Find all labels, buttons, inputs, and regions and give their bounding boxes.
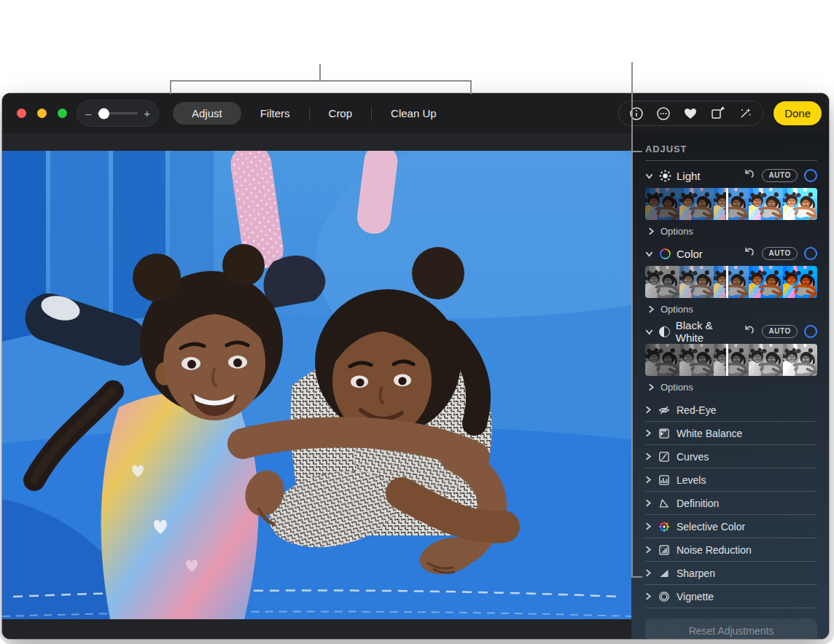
tool-row-curves[interactable]: Curves	[645, 445, 817, 468]
tool-row-white-balance[interactable]: White Balance	[645, 422, 817, 445]
photo-letterbox-top	[2, 133, 631, 151]
adjust-sidebar: ADJUST	[631, 133, 829, 639]
bw-thumb[interactable]	[783, 344, 817, 376]
zoom-slider-knob[interactable]	[98, 108, 109, 119]
auto-enhance-icon[interactable]	[738, 106, 752, 121]
light-thumb[interactable]	[783, 188, 817, 220]
callout-tick-bottom	[633, 576, 642, 578]
bw-thumb[interactable]	[749, 344, 783, 376]
bw-thumb[interactable]	[645, 344, 679, 376]
color-thumb[interactable]	[679, 266, 714, 298]
close-button[interactable]	[17, 109, 26, 118]
tool-row-noise-reduction[interactable]: Noise Reduction	[645, 538, 817, 562]
tool-row-definition[interactable]: Definition	[645, 492, 817, 515]
auto-button-color[interactable]: AUTO	[762, 247, 798, 260]
light-thumb[interactable]	[679, 188, 714, 220]
tab-crop[interactable]: Crop	[310, 102, 372, 125]
undo-icon[interactable]	[744, 324, 755, 339]
photo-letterbox-bottom	[2, 619, 631, 639]
zoom-slider[interactable]: – +	[77, 100, 159, 127]
black-white-strip[interactable]	[645, 344, 817, 376]
chevron-right-icon	[645, 499, 652, 507]
favorite-icon[interactable]	[683, 106, 698, 121]
curves-icon	[658, 451, 670, 463]
light-thumb[interactable]	[749, 188, 783, 220]
photo-illustration	[2, 151, 631, 619]
chevron-down-icon[interactable]	[645, 328, 653, 336]
tab-adjust[interactable]: Adjust	[173, 102, 241, 125]
bw-thumb[interactable]	[679, 344, 714, 376]
bw-strip-handle[interactable]	[726, 344, 728, 376]
chevron-right-icon	[648, 305, 655, 313]
tool-row-sharpen[interactable]: Sharpen	[645, 562, 817, 585]
tool-row-selective-color[interactable]: Selective Color	[645, 515, 817, 538]
white-balance-icon	[658, 428, 670, 439]
tool-row-vignette[interactable]: Vignette	[645, 585, 817, 608]
tab-filters[interactable]: Filters	[241, 102, 309, 125]
chevron-right-icon	[645, 406, 652, 414]
tab-adjust-label: Adjust	[192, 107, 222, 119]
color-options[interactable]: Options	[645, 300, 817, 318]
auto-button-light[interactable]: AUTO	[762, 169, 798, 182]
color-options-label: Options	[660, 304, 693, 315]
black-white-options[interactable]: Options	[645, 378, 817, 396]
tool-label: Selective Color	[677, 521, 745, 533]
bw-thumb[interactable]	[714, 344, 748, 376]
tool-row-red-eye[interactable]: Red-Eye	[645, 398, 817, 422]
more-icon[interactable]	[656, 106, 671, 121]
chevron-down-icon[interactable]	[645, 250, 653, 258]
tab-crop-label: Crop	[329, 107, 353, 119]
auto-button-black-white[interactable]: AUTO	[762, 325, 798, 338]
color-saturation-strip[interactable]	[645, 266, 817, 298]
red-eye-icon	[658, 404, 670, 416]
color-thumb[interactable]	[645, 266, 679, 298]
light-options[interactable]: Options	[645, 222, 817, 240]
selective-color-icon	[658, 521, 670, 533]
toolbar: – + Adjust Filters Crop Clean Up	[2, 93, 829, 133]
color-thumb[interactable]	[783, 266, 817, 298]
light-thumb[interactable]	[714, 188, 748, 220]
tool-row-levels[interactable]: Levels	[645, 468, 817, 492]
light-intensity-strip[interactable]	[645, 188, 817, 220]
rotate-icon[interactable]	[710, 106, 725, 121]
tool-label: Vignette	[677, 591, 714, 602]
chevron-down-icon[interactable]	[645, 172, 653, 180]
tab-clean-up-label: Clean Up	[391, 107, 437, 119]
section-black-white-label: Black & White	[676, 319, 739, 344]
tool-label: Levels	[677, 474, 706, 486]
zoom-in-icon[interactable]: +	[144, 108, 150, 119]
window-content: ADJUST	[2, 133, 829, 639]
done-button[interactable]: Done	[773, 101, 822, 125]
color-wheel-icon	[658, 247, 671, 260]
chevron-right-icon	[645, 592, 652, 600]
tool-label: White Balance	[677, 428, 742, 439]
enable-toggle-light[interactable]	[804, 169, 817, 182]
light-strip-handle[interactable]	[726, 188, 728, 220]
undo-icon[interactable]	[744, 168, 755, 183]
tab-clean-up[interactable]: Clean Up	[372, 102, 456, 125]
chevron-right-icon	[645, 522, 652, 530]
edit-mode-tabs: Adjust Filters Crop Clean Up	[173, 102, 456, 125]
undo-icon[interactable]	[744, 246, 755, 261]
enable-toggle-black-white[interactable]	[804, 325, 817, 338]
enable-toggle-color[interactable]	[804, 247, 817, 260]
black-white-options-label: Options	[660, 382, 693, 393]
callout-bracket-stem	[319, 64, 321, 82]
tool-label: Curves	[677, 451, 709, 463]
tab-filters-label: Filters	[260, 107, 290, 119]
sidebar-title: ADJUST	[645, 144, 817, 154]
minimize-button[interactable]	[37, 109, 47, 118]
zoom-slider-track[interactable]	[97, 112, 138, 114]
reset-adjustments-button[interactable]: Reset Adjustments	[645, 619, 817, 639]
chevron-right-icon	[645, 476, 652, 484]
light-thumb[interactable]	[645, 188, 679, 220]
toolbar-icon-group	[618, 101, 763, 126]
color-strip-handle[interactable]	[726, 266, 728, 298]
tool-label: Sharpen	[677, 568, 715, 579]
fullscreen-button[interactable]	[58, 109, 67, 118]
zoom-out-icon[interactable]: –	[85, 108, 91, 119]
color-thumb[interactable]	[749, 266, 783, 298]
photo-canvas[interactable]	[2, 151, 631, 619]
color-thumb[interactable]	[714, 266, 748, 298]
tool-label: Red-Eye	[677, 404, 716, 416]
